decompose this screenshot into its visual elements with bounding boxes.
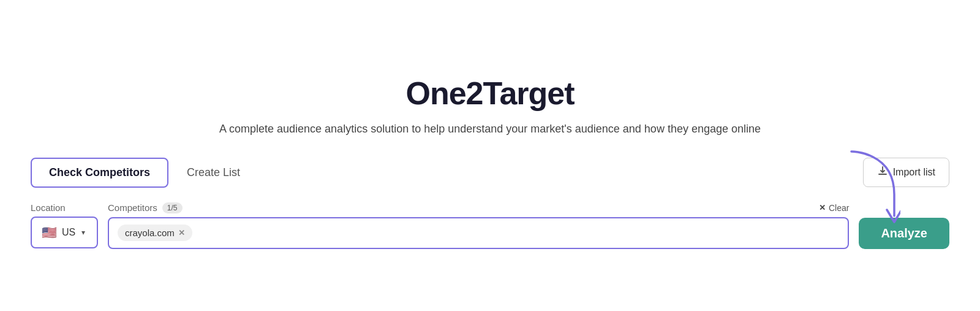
tab-check-competitors[interactable]: Check Competitors <box>31 158 168 188</box>
competitor-tag-value: crayola.com <box>125 228 175 238</box>
chevron-down-icon: ▾ <box>81 228 85 237</box>
tag-remove-icon[interactable]: ✕ <box>178 228 185 237</box>
competitors-label-row: Competitors 1/5 ✕ Clear <box>108 202 849 213</box>
competitors-count-badge: 1/5 <box>162 202 183 213</box>
page-subtitle: A complete audience analytics solution t… <box>219 123 761 136</box>
main-container: One2Target A complete audience analytics… <box>18 50 962 261</box>
fields-row: Location 🇺🇸 US ▾ Competitors 1/5 ✕ Clear <box>31 202 949 249</box>
location-select[interactable]: 🇺🇸 US ▾ <box>31 217 98 248</box>
competitors-input-row[interactable]: crayola.com ✕ <box>108 217 849 249</box>
page-title: One2Target <box>405 75 574 112</box>
location-flag: 🇺🇸 <box>42 225 57 240</box>
location-field-group: Location 🇺🇸 US ▾ <box>31 202 98 248</box>
tab-create-list[interactable]: Create List <box>168 158 258 188</box>
competitors-label-container: Competitors 1/5 <box>108 202 183 213</box>
tabs: Check Competitors Create List <box>31 158 258 188</box>
clear-x-icon: ✕ <box>819 203 826 212</box>
arrow-icon <box>839 145 900 231</box>
competitors-field-group: Competitors 1/5 ✕ Clear crayola.com ✕ <box>108 202 849 249</box>
competitor-tag: crayola.com ✕ <box>118 225 192 241</box>
tabs-import-row: Check Competitors Create List Import lis… <box>31 158 949 188</box>
competitors-label-text: Competitors <box>108 202 157 213</box>
location-label: Location <box>31 202 98 213</box>
arrow-decoration <box>839 145 900 234</box>
location-value: US <box>62 227 75 238</box>
